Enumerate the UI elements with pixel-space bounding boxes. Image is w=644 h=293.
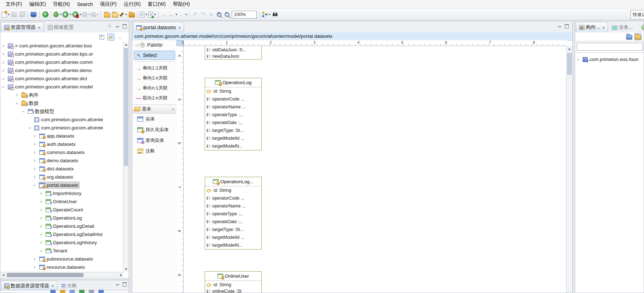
entity-field[interactable]: operateType :... [205, 111, 261, 119]
relaunch-button[interactable] [91, 10, 99, 19]
clipped-toolbar-icon[interactable] [79, 290, 85, 293]
collapse-palette-icon[interactable]: ◁ [135, 43, 138, 47]
layout-tree-button[interactable] [262, 10, 271, 19]
tree-item-common.datasetx[interactable]: ›common.datasetx [0, 148, 124, 156]
back-disabled-button[interactable]: ← [161, 10, 168, 19]
tree-item-com.primeton.eos.foun[interactable]: ›com.primeton.eos.foun [575, 55, 644, 63]
scrollbar-thumb[interactable] [7, 273, 83, 277]
zoom-out-button[interactable] [223, 10, 230, 19]
expand-arrow-icon[interactable]: › [2, 67, 4, 73]
entity-field[interactable]: onlineCode :St [205, 289, 261, 293]
close-icon[interactable]: × [602, 25, 605, 30]
entity-OperationLog[interactable]: OperationLogid :StringoperatorCode ...op… [205, 78, 262, 150]
tree-item-OperationLogDetail[interactable]: ›OperationLogDetail [0, 222, 124, 230]
tree-item-item[interactable]: ›数据模型 [0, 107, 124, 115]
expand-arrow-icon[interactable]: › [34, 166, 36, 171]
vertical-sash[interactable] [129, 21, 132, 293]
save-all-button[interactable] [18, 10, 25, 19]
collapse-arrow-icon[interactable]: › [32, 185, 38, 186]
menu-item-8[interactable]: 帮助(H) [169, 1, 193, 7]
filter-input[interactable] [577, 43, 643, 51]
entity-field[interactable]: id :String [205, 281, 261, 289]
back-button[interactable]: ← [169, 10, 178, 19]
tree-item-auth.datasetx[interactable]: ›auth.datasetx [0, 140, 124, 148]
entity-field[interactable]: id :String [205, 87, 261, 95]
scroll-down-icon[interactable] [123, 266, 129, 272]
tree-item-OperationLogHistory[interactable]: ›OperationLogHistory [0, 238, 124, 247]
tree-item-OperateCount[interactable]: ›OperateCount [0, 206, 124, 214]
expand-arrow-icon[interactable]: › [40, 207, 42, 212]
entity-field[interactable]: operatorName ... [205, 202, 261, 210]
tree-item-OnlineUser[interactable]: ›OnlineUser [0, 197, 124, 206]
close-icon[interactable]: × [178, 25, 181, 30]
breadcrumb[interactable]: com.primeton.gocom.afcenter.model/src/co… [132, 32, 572, 41]
link-folder-button[interactable] [634, 33, 642, 40]
palette-tool-11[interactable]: →单向1:1关联 [132, 63, 177, 73]
eos-server-start-button[interactable] [42, 10, 49, 19]
close-icon[interactable]: × [51, 283, 54, 288]
scroll-left-icon[interactable] [0, 272, 6, 278]
menu-item-5[interactable]: 项目(P) [96, 1, 120, 7]
expand-arrow-icon[interactable]: › [40, 190, 42, 196]
undo-disabled-button[interactable]: ↶ [192, 10, 199, 19]
entity-OperationLog...[interactable]: OperationLog...id :StringoperatorCode ..… [205, 177, 262, 250]
tree-item-pubresource.datasetx[interactable]: ›pubresource.datasetx [0, 255, 124, 263]
palette-select-tool[interactable]: ↖ Select [134, 51, 175, 60]
tree-item-com.primeton.gocom.afcenter.boo[interactable]: ›> com.primeton.gocom.afcenter.boo [0, 42, 124, 50]
forward-disabled-button[interactable]: → [178, 10, 187, 19]
entity-field[interactable]: operatorCode ... [205, 95, 261, 103]
palette-tool-1n[interactable]: —双向1:n关联 [132, 93, 177, 103]
expand-arrow-icon[interactable]: › [34, 149, 36, 155]
entity-OnlineUser[interactable]: OnlineUserid :StringonlineCode :St [205, 271, 262, 293]
zoom-in-button[interactable] [215, 10, 223, 19]
expand-arrow-icon[interactable]: › [2, 43, 4, 48]
clipped-toolbar-icon[interactable] [89, 290, 94, 293]
clipped-toolbar-icon[interactable] [50, 290, 56, 293]
expand-arrow-icon[interactable]: › [34, 264, 36, 270]
collapse-arrow-icon[interactable]: › [27, 127, 33, 129]
expand-arrow-icon[interactable]: › [34, 174, 36, 180]
validate-button[interactable] [140, 10, 148, 19]
generate-button[interactable] [148, 10, 156, 19]
export-folder-button[interactable] [111, 10, 118, 19]
tree-item-com.primeton.gocom.afcenter.bps.or[interactable]: ›com.primeton.gocom.afcenter.bps.or [0, 50, 124, 58]
run-secure-button[interactable] [72, 10, 82, 19]
entity-field[interactable]: id :String [205, 186, 261, 194]
entity-field[interactable]: newDataJson [205, 54, 261, 58]
palette-tool-1n[interactable]: →单向1:n关联 [132, 73, 177, 83]
deploy-brush-button[interactable] [119, 10, 127, 19]
palette-drawer-basic[interactable]: 基本 « [132, 104, 177, 114]
scroll-up-icon[interactable] [567, 46, 572, 52]
palette-tool-n1[interactable]: →单向n:1关联 [132, 83, 177, 93]
entity-field[interactable]: oldDataJson :S... [205, 46, 261, 54]
redo-disabled-button[interactable]: ↷ [200, 10, 207, 19]
entity-field[interactable]: targetModelN... [205, 142, 261, 150]
zoom-level-select[interactable]: 100% [232, 11, 257, 19]
tree-item-item[interactable]: ›数据 [0, 99, 124, 107]
expand-arrow-icon[interactable]: › [40, 223, 42, 229]
tree-item-com.primeton.gocom.afcenter.comm[interactable]: ›com.primeton.gocom.afcenter.comm [0, 58, 124, 66]
palette-item-item[interactable]: 实体 [132, 114, 177, 124]
menu-item-3[interactable]: 导航(N) [50, 1, 73, 7]
view-menu-icon[interactable]: ▽ [108, 24, 111, 29]
clipped-toolbar-icon[interactable] [70, 290, 75, 293]
expand-arrow-icon[interactable]: › [40, 231, 42, 237]
minimize-icon[interactable] [116, 282, 119, 286]
maximize-icon[interactable] [123, 282, 127, 287]
minimize-icon[interactable] [558, 24, 561, 27]
entity-field[interactable]: operatorName ... [205, 103, 261, 111]
expand-arrow-icon[interactable]: › [34, 141, 36, 147]
collapse-arrow-icon[interactable]: › [1, 86, 6, 88]
collapse-folder-button[interactable] [625, 33, 633, 40]
find-button[interactable] [271, 10, 278, 19]
link-with-editor-button[interactable]: ⇄ [107, 34, 114, 41]
tab-item[interactable]: 数据源资源管理器× [1, 281, 57, 290]
tree-item-demo.datasetx[interactable]: ›demo.datasetx [0, 156, 124, 165]
expand-arrow-icon[interactable]: › [34, 256, 36, 262]
tree-item-portal.datasetx[interactable]: ›portal.datasetx [0, 181, 124, 189]
expand-arrow-icon[interactable]: › [40, 240, 42, 245]
expand-arrow-icon[interactable]: › [40, 215, 42, 221]
menu-item-2[interactable]: 编辑(E) [26, 1, 50, 7]
maximize-icon[interactable] [123, 24, 127, 29]
collapse-arrow-icon[interactable]: › [21, 111, 26, 113]
